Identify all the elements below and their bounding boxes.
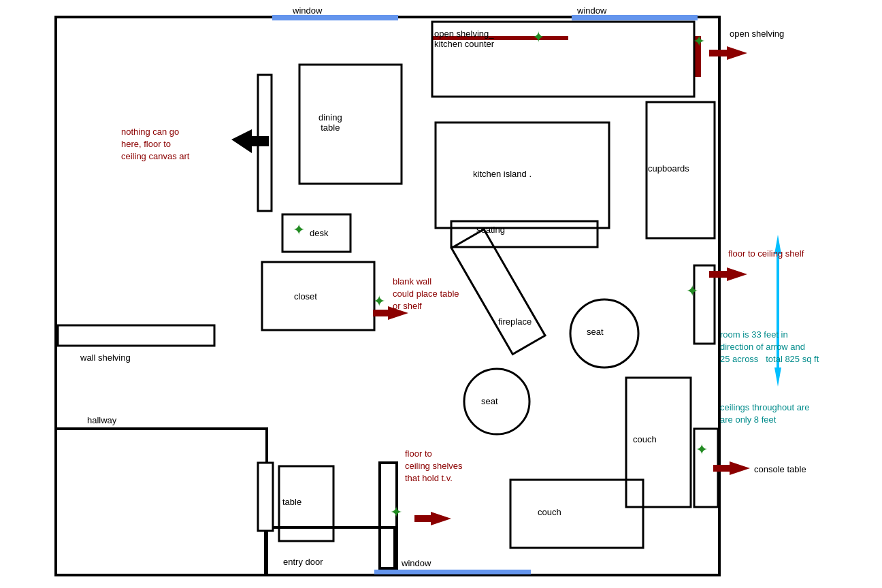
dining-table-label: diningtable [318,112,342,133]
couch-bottom-label: couch [538,507,561,517]
room-dimensions-label: room is 33 feet indirection of arrow and… [720,329,819,366]
desk-label: desk [310,228,328,238]
svg-text:✦: ✦ [293,221,305,238]
svg-rect-22 [510,480,643,548]
svg-marker-44 [774,368,781,387]
ceilings-label: ceilings throughout areare only 8 feet [720,402,810,426]
svg-rect-8 [694,36,701,77]
svg-text:✦: ✦ [696,441,708,458]
svg-rect-5 [572,15,698,20]
kitchen-island-label: kitchen island . [473,169,532,179]
svg-rect-16 [694,265,715,344]
svg-text:✦: ✦ [693,33,705,50]
svg-rect-15 [262,262,374,330]
svg-marker-37 [709,46,747,60]
svg-rect-4 [272,15,398,20]
svg-rect-2 [56,429,267,575]
open-shelving-right-label: open shelving [730,29,784,39]
seat-top-label: seat [587,327,604,337]
floor-to-ceiling-shelf-label: floor to ceiling shelf [728,248,804,259]
seat-bottom-label: seat [481,396,498,406]
svg-rect-26 [258,463,273,531]
svg-rect-6 [374,570,531,574]
svg-marker-38 [709,267,747,281]
seating-label: seating [476,225,505,235]
svg-rect-18 [451,229,545,354]
svg-marker-41 [414,512,451,525]
window-label-top-right: window [577,5,606,16]
svg-rect-27 [380,463,397,568]
svg-marker-29 [231,129,269,153]
svg-rect-17 [694,429,718,507]
svg-marker-40 [713,461,750,475]
cupboards-label: cupboards [648,163,689,174]
svg-rect-12 [451,221,598,247]
svg-rect-0 [56,17,719,575]
entry-door-label: entry door [283,557,323,567]
nothing-can-go-label: nothing can gohere, floor toceiling canv… [121,126,189,163]
window-label-top-left: window [293,5,322,16]
svg-rect-23 [58,325,214,346]
svg-rect-9 [299,65,402,184]
console-table-label: console table [754,464,806,474]
svg-rect-3 [265,527,395,575]
svg-text:✦: ✦ [373,293,385,310]
table-bottom-label: table [282,497,301,507]
svg-rect-25 [258,75,272,211]
closet-label: closet [294,291,317,301]
wall-shelving-label: wall shelving [80,353,131,363]
floor-to-ceiling-shelves-label: floor toceiling shelvesthat hold t.v. [405,448,463,485]
couch-right-label: couch [633,434,657,444]
window-label-bottom: window [402,558,431,568]
svg-text:✦: ✦ [686,282,698,299]
svg-point-19 [570,299,638,368]
hallway-label: hallway [87,415,116,425]
svg-text:✦: ✦ [532,29,544,46]
open-shelving-kitchen-label: open shelving_kitchen counter [434,29,494,49]
blank-wall-label: blank wallcould place tableor shelf [393,276,459,313]
svg-text:✦: ✦ [390,504,402,521]
fireplace-label: fireplace [498,316,532,327]
floor-plan: ✦ ✦ ✦ ✦ ✦ ✦ ✦ window window window di [0,0,882,588]
